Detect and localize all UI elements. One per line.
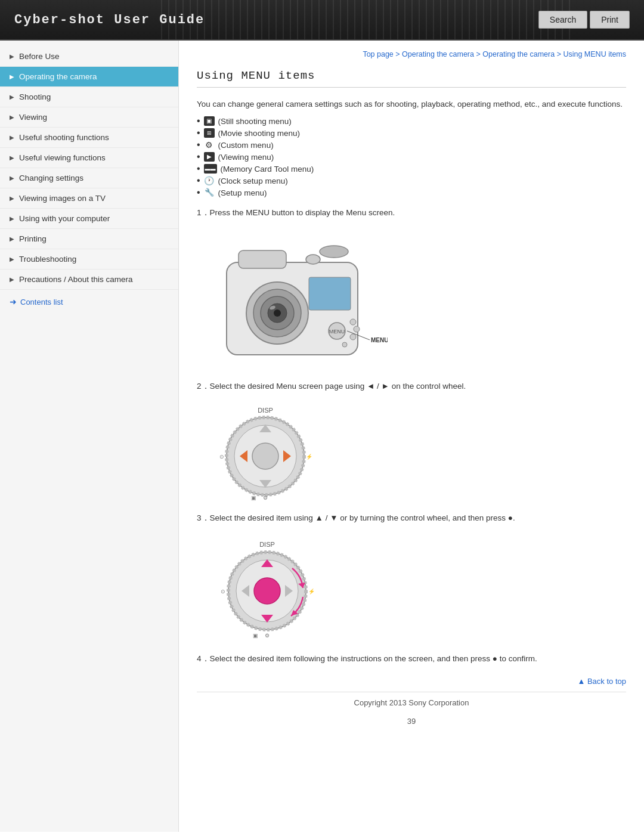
list-item: • ⊞ (Movie shooting menu): [197, 128, 626, 138]
svg-point-6: [274, 309, 281, 317]
list-item: • ▬▬ (Memory Card Tool menu): [197, 164, 626, 174]
arrow-icon: ▶: [10, 114, 14, 120]
list-item: • 🔧 (Setup menu): [197, 188, 626, 197]
arrow-icon: ▶: [10, 53, 14, 60]
camera-svg: MENU MENU: [209, 227, 388, 370]
breadcrumb: Top page > Operating the camera > Operat…: [197, 50, 626, 58]
sidebar-item-troubleshooting[interactable]: ▶ Troubleshooting: [0, 249, 178, 270]
svg-point-13: [342, 342, 347, 347]
wheel-svg-1: DISP ▣ ⚙ ⊙ ⚡: [215, 400, 316, 501]
sidebar-item-label: Troubleshooting: [19, 255, 76, 264]
header: Cyber-shot User Guide Search Print: [0, 0, 644, 41]
svg-rect-1: [239, 250, 286, 268]
bullet-icon: •: [197, 164, 200, 174]
bullet-icon: •: [197, 152, 200, 162]
breadcrumb-operating1[interactable]: Operating the camera: [402, 50, 474, 58]
arrow-icon: ▶: [10, 195, 14, 202]
viewing-menu-label: (Viewing menu): [218, 153, 274, 162]
arrow-icon: ▶: [10, 256, 14, 262]
svg-text:⊙: ⊙: [221, 589, 225, 594]
step-1-text: 1．Press the MENU button to display the M…: [197, 208, 395, 217]
breadcrumb-current: Using MENU items: [563, 50, 626, 58]
svg-text:DISP: DISP: [258, 407, 273, 414]
sidebar-item-label: Useful viewing functions: [19, 153, 106, 162]
bullet-icon: •: [197, 128, 200, 138]
svg-text:▣: ▣: [253, 633, 258, 639]
sidebar-item-printing[interactable]: ▶ Printing: [0, 229, 178, 249]
arrow-icon: ▶: [10, 215, 14, 222]
sidebar-item-label: Using with your computer: [19, 214, 110, 223]
sidebar-item-computer[interactable]: ▶ Using with your computer: [0, 209, 178, 229]
breadcrumb-operating2[interactable]: Operating the camera: [482, 50, 555, 58]
sidebar-item-useful-shooting[interactable]: ▶ Useful shooting functions: [0, 128, 178, 148]
movie-menu-icon: ⊞: [204, 128, 215, 138]
clock-menu-label: (Clock setup menu): [218, 176, 288, 185]
arrow-icon: ▶: [10, 94, 14, 100]
header-buttons: Search Print: [538, 11, 630, 29]
page-number: 39: [197, 713, 626, 729]
sidebar-item-shooting[interactable]: ▶ Shooting: [0, 87, 178, 107]
sidebar-item-label: Printing: [19, 234, 47, 243]
sidebar-item-changing-settings[interactable]: ▶ Changing settings: [0, 168, 178, 188]
step-2-text: 2．Select the desired Menu screen page us…: [197, 382, 466, 391]
step-4: 4．Select the desired item following the …: [197, 653, 626, 665]
svg-point-14: [354, 326, 360, 332]
print-button[interactable]: Print: [590, 11, 630, 29]
arrow-icon: ▶: [10, 175, 14, 181]
sidebar-item-label: Operating the camera: [19, 72, 97, 81]
step-3-text: 3．Select the desired item using ▲ / ▼ or…: [197, 513, 515, 522]
wheel-svg-2: DISP ▣ ⚙ ⊙ ⚡: [215, 531, 322, 642]
wheel-illustration-2: DISP ▣ ⚙ ⊙ ⚡: [215, 531, 626, 643]
step-4-text: 4．Select the desired item following the …: [197, 654, 537, 663]
svg-text:DISP: DISP: [259, 541, 275, 548]
svg-point-17: [320, 246, 348, 258]
sidebar-item-label: Viewing: [19, 113, 47, 122]
sidebar-item-label: Before Use: [19, 52, 60, 61]
sidebar-item-precautions[interactable]: ▶ Precautions / About this camera: [0, 270, 178, 290]
viewing-menu-icon: ▶: [204, 152, 215, 162]
sidebar-item-operating[interactable]: ▶ Operating the camera: [0, 67, 178, 87]
svg-point-12: [350, 334, 356, 340]
movie-menu-label: (Movie shooting menu): [218, 129, 300, 138]
sidebar-item-before-use[interactable]: ▶ Before Use: [0, 47, 178, 67]
arrow-icon: ▶: [10, 73, 14, 80]
arrow-icon: ▶: [10, 134, 14, 141]
contents-arrow-icon: ➜: [10, 297, 17, 306]
breadcrumb-top[interactable]: Top page: [363, 50, 393, 58]
sidebar-item-viewing-tv[interactable]: ▶ Viewing images on a TV: [0, 188, 178, 209]
svg-text:⚙: ⚙: [263, 495, 268, 501]
svg-text:⚡: ⚡: [306, 453, 313, 460]
bullet-icon: •: [197, 176, 200, 185]
footer-copyright: Copyright 2013 Sony Corporation: [197, 692, 626, 713]
list-item: • 🕐 (Clock setup menu): [197, 176, 626, 185]
svg-text:MENU: MENU: [329, 329, 345, 335]
still-menu-label: (Still shooting menu): [218, 117, 292, 126]
sidebar: ▶ Before Use ▶ Operating the camera ▶ Sh…: [0, 41, 179, 832]
setup-menu-label: (Setup menu): [218, 188, 267, 197]
svg-text:▣: ▣: [251, 495, 256, 501]
wheel-illustration-1: DISP ▣ ⚙ ⊙ ⚡: [215, 400, 626, 503]
clock-menu-icon: 🕐: [204, 176, 215, 185]
memory-card-label: (Memory Card Tool menu): [221, 165, 314, 174]
page-title: Using MENU items: [197, 69, 626, 88]
svg-point-11: [350, 319, 356, 325]
sidebar-item-label: Useful shooting functions: [19, 133, 109, 142]
arrow-icon: ▶: [10, 154, 14, 161]
sidebar-item-viewing[interactable]: ▶ Viewing: [0, 107, 178, 128]
sidebar-item-useful-viewing[interactable]: ▶ Useful viewing functions: [0, 148, 178, 168]
step-3: 3．Select the desired item using ▲ / ▼ or…: [197, 512, 626, 524]
sidebar-item-label: Changing settings: [19, 174, 83, 182]
back-to-top-link[interactable]: ▲ Back to top: [197, 677, 626, 686]
step-1: 1．Press the MENU button to display the M…: [197, 207, 626, 219]
search-button[interactable]: Search: [538, 11, 587, 29]
arrow-icon: ▶: [10, 236, 14, 242]
list-item: • ▣ (Still shooting menu): [197, 116, 626, 126]
custom-menu-icon: ⚙: [204, 140, 215, 150]
list-item: • ⚙ (Custom menu): [197, 140, 626, 150]
contents-list-link[interactable]: ➜ Contents list: [0, 290, 178, 314]
camera-illustration: MENU MENU: [209, 227, 626, 370]
bullet-icon: •: [197, 140, 200, 150]
bullet-icon: •: [197, 188, 200, 197]
memory-card-icon: ▬▬: [204, 164, 217, 174]
step-2: 2．Select the desired Menu screen page us…: [197, 380, 626, 392]
